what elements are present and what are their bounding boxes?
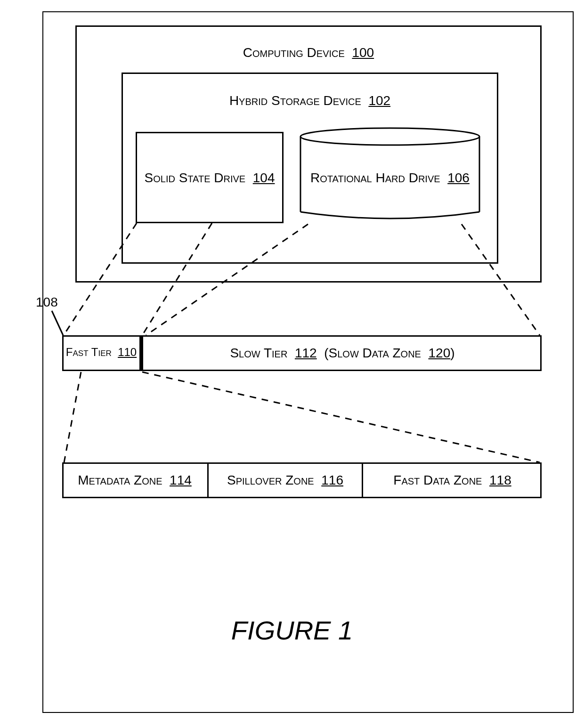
spillover-zone-ref: 116 — [321, 473, 343, 487]
computing-device-ref: 100 — [352, 45, 374, 60]
svg-point-0 — [300, 128, 479, 145]
slow-tier-paren-ref: 120 — [429, 346, 451, 360]
fast-data-zone-label: Fast Data Zone 118 — [363, 473, 542, 488]
fast-tier-ref: 110 — [118, 346, 137, 358]
fast-data-zone-text: Fast Data Zone — [393, 473, 482, 487]
computing-device-label: Computing Device 100 — [75, 45, 542, 60]
slow-tier-paren-close: ) — [450, 346, 454, 360]
hdd-label: Rotational Hard Drive 106 — [297, 170, 483, 186]
slow-tier-paren-open: (Slow Data Zone — [324, 346, 421, 360]
ssd-ref: 104 — [253, 170, 275, 185]
fast-data-zone-ref: 118 — [489, 473, 511, 487]
hybrid-storage-text: Hybrid Storage Device — [229, 93, 361, 108]
callout-108: 108 — [36, 295, 58, 310]
slow-tier-label: Slow Tier 112 (Slow Data Zone 120) — [143, 346, 542, 361]
hybrid-storage-label: Hybrid Storage Device 102 — [122, 93, 498, 108]
metadata-zone-ref: 114 — [170, 473, 192, 487]
hybrid-storage-ref: 102 — [368, 93, 390, 108]
spillover-zone-text: Spillover Zone — [227, 473, 314, 487]
ssd-text: Solid State Drive — [145, 170, 246, 185]
diagram-stage: Computing Device 100 Hybrid Storage Devi… — [0, 0, 584, 728]
figure-title-text: FIGURE 1 — [231, 615, 353, 645]
slow-tier-ref: 112 — [295, 346, 317, 360]
fast-tier-label: Fast Tier 110 — [62, 346, 140, 359]
callout-108-text: 108 — [36, 295, 58, 309]
metadata-zone-label: Metadata Zone 114 — [62, 473, 207, 488]
hdd-text: Rotational Hard Drive — [310, 170, 440, 185]
slow-tier-text: Slow Tier — [230, 346, 287, 360]
ssd-label: Solid State Drive 104 — [136, 170, 284, 186]
spillover-zone-label: Spillover Zone 116 — [209, 473, 362, 488]
metadata-zone-text: Metadata Zone — [78, 473, 162, 487]
figure-title: FIGURE 1 — [0, 615, 584, 646]
fast-tier-text: Fast Tier — [66, 346, 112, 358]
hdd-ref: 106 — [447, 170, 470, 185]
computing-device-text: Computing Device — [243, 45, 345, 60]
